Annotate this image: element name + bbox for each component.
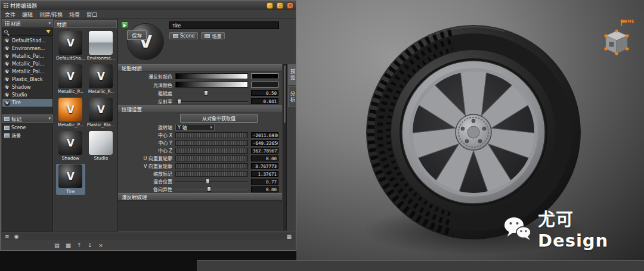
save-button[interactable]: 保存 [127, 30, 147, 40]
reflectivity-slider[interactable] [175, 98, 248, 105]
gloss-gradient-bar[interactable] [175, 82, 248, 88]
tab-preview[interactable]: 预览 [288, 64, 296, 85]
tab-analyze[interactable]: 分析 [288, 86, 296, 107]
material-thumb[interactable]: Environme... [87, 30, 115, 61]
material-list-item[interactable]: VEnvironmen... [2, 45, 52, 52]
anisotropy-slider[interactable] [175, 186, 248, 192]
material-list-item[interactable]: VDefaultShad... [2, 37, 52, 45]
thumbs-header-label: 材质 [57, 20, 67, 27]
minimize-button[interactable]: – [267, 2, 273, 9]
section-tire-material[interactable]: 轮胎材质 [118, 64, 282, 72]
scale-mark-label: 缩放标记 [118, 170, 175, 177]
material-list-item[interactable]: VMetallic_Pai... [2, 68, 52, 76]
material-thumb-selected[interactable]: VTire [56, 164, 85, 195]
menu-scene[interactable]: 场景 [69, 11, 80, 18]
import-icon[interactable]: ↑ [77, 242, 82, 248]
center-z-drag[interactable] [175, 148, 248, 154]
material-ball-icon: V [4, 38, 10, 44]
diffuse-gradient-bar[interactable] [175, 73, 248, 79]
studio-preview [89, 131, 113, 155]
roughness-slider[interactable] [175, 90, 248, 96]
material-list-item[interactable]: VMetallic_Pai... [2, 52, 52, 60]
materials-header-dropdown[interactable]: 材质 ▾ [2, 19, 53, 27]
tag-item-label: 场景 [11, 132, 21, 139]
blend-position-slider[interactable] [175, 178, 248, 185]
center-z-value[interactable]: 362.789673 [251, 148, 278, 154]
scale-mark-drag[interactable] [175, 171, 248, 177]
tag-chip-scene2[interactable]: 场景 [201, 32, 225, 39]
material-list-item[interactable]: VPlastic_Black [2, 76, 52, 83]
menu-create-convert[interactable]: 创建/转换 [39, 11, 63, 18]
rotation-axis-dropdown[interactable]: Y 轴 [175, 124, 215, 130]
material-thumb[interactable]: VDefaultSha... [56, 30, 85, 61]
u-repeat-label: U 向重复轮廓 [118, 155, 175, 161]
center-y-drag[interactable] [175, 140, 248, 146]
new-material-icon[interactable]: ▤ [54, 242, 60, 248]
library-icon[interactable]: ▦ [66, 242, 71, 248]
tags-header-dropdown[interactable]: 标记 ▾ [2, 114, 53, 123]
u-repeat-drag[interactable] [175, 155, 248, 161]
u-repeat-value[interactable]: 8.00 [251, 155, 278, 161]
thumb-label: Metallic_P... [58, 89, 83, 94]
section-texture-settings[interactable]: 纹理设置 [118, 105, 282, 113]
maximize-button[interactable]: ▫ [277, 2, 283, 9]
view-cube[interactable]: HOME [597, 18, 636, 60]
tag-list-item[interactable]: 场景 [2, 132, 52, 139]
list-icon[interactable]: ≡ [5, 233, 10, 239]
material-thumb[interactable]: VMetallic_P... [56, 64, 85, 95]
material-list-item[interactable]: VShadow [2, 83, 52, 91]
material-preview-sphere[interactable]: V [128, 24, 163, 60]
export-icon[interactable]: ↓ [88, 242, 92, 248]
material-name-input[interactable] [169, 21, 279, 29]
blend-position-value[interactable]: 0.77 [251, 179, 278, 185]
material-item-label: Shadow [12, 85, 31, 90]
diffuse-color-swatch[interactable] [251, 73, 278, 79]
scale-mark-value[interactable]: 1.37671 [251, 171, 278, 177]
material-list-item-selected[interactable]: VTire [2, 99, 52, 107]
u-repeat-row: U 向重复轮廓 8.00 [118, 154, 282, 162]
material-thumb[interactable]: VMetallic_P... [56, 97, 85, 128]
material-thumbnails-panel: 材质 VDefaultSha... Environme... VMetallic… [54, 19, 117, 232]
reflectivity-value[interactable]: 0.041 [251, 98, 278, 104]
anisotropy-value[interactable]: 8.00 [251, 186, 278, 192]
material-thumb[interactable]: VMetallic_P... [87, 64, 115, 95]
target-icon[interactable]: ◉ [14, 233, 19, 239]
gloss-color-swatch[interactable] [251, 82, 278, 88]
roughness-value[interactable]: 0.50 [251, 90, 278, 96]
material-tree-panel: 材质 ▾ VDefaultShad... VEnvironmen... VMet… [2, 19, 53, 232]
thumb-label: Studio [94, 155, 108, 161]
reflectivity-label: 反射率 [118, 98, 175, 105]
material-item-label: Studio [12, 92, 27, 98]
center-x-value[interactable]: -2011.6936 [251, 132, 278, 138]
viewport-3d[interactable]: HOME 尤可Design [296, 0, 644, 260]
home-label[interactable]: HOME [620, 19, 634, 24]
titlebar[interactable]: 材质编辑器 – ▫ × [1, 1, 296, 10]
material-list-item[interactable]: VMetallic_Pai... [2, 60, 52, 68]
material-ball-icon: V [4, 54, 10, 60]
menu-edit[interactable]: 编辑 [22, 11, 33, 18]
material-list-item[interactable]: VStudio [2, 91, 52, 99]
thumb-label: Metallic_P... [88, 89, 114, 94]
tag-list-item[interactable]: Scene [2, 124, 52, 132]
inspector-scrollbar[interactable] [283, 64, 287, 230]
filter-icon[interactable] [46, 30, 51, 33]
delete-icon[interactable]: × [98, 242, 103, 248]
materials-header-label: 材质 [11, 20, 21, 27]
menu-file[interactable]: 文件 [5, 11, 16, 18]
section-diffuse-texture[interactable]: 漫反射纹理 [118, 193, 282, 201]
v-repeat-drag[interactable] [175, 163, 248, 169]
grid-icon[interactable]: ▦ [286, 233, 292, 239]
get-from-object-button[interactable]: 从对象中获取值 [180, 114, 258, 123]
search-input[interactable] [10, 29, 44, 35]
scrollbar-thumb[interactable] [284, 66, 286, 123]
close-button[interactable]: × [287, 2, 293, 9]
center-y-value[interactable]: -649.22656 [251, 140, 278, 146]
v-repeat-value[interactable]: 3.767773 [251, 163, 278, 169]
material-thumb[interactable]: Studio [87, 130, 115, 161]
material-thumb[interactable]: VShadow [56, 130, 85, 161]
center-z-row: 中心 Z 362.789673 [118, 147, 282, 154]
menu-window[interactable]: 窗口 [86, 11, 97, 18]
center-x-drag[interactable] [175, 132, 248, 138]
tag-chip-scene[interactable]: Scene [169, 32, 198, 39]
material-thumb[interactable]: VPlastic_Bla... [87, 97, 115, 128]
